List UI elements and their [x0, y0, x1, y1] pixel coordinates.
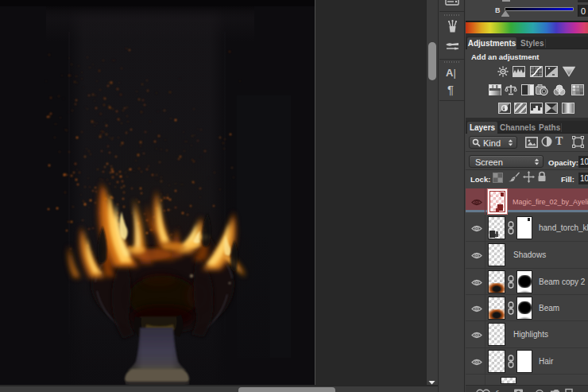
svg-text:fx: fx — [495, 388, 503, 392]
